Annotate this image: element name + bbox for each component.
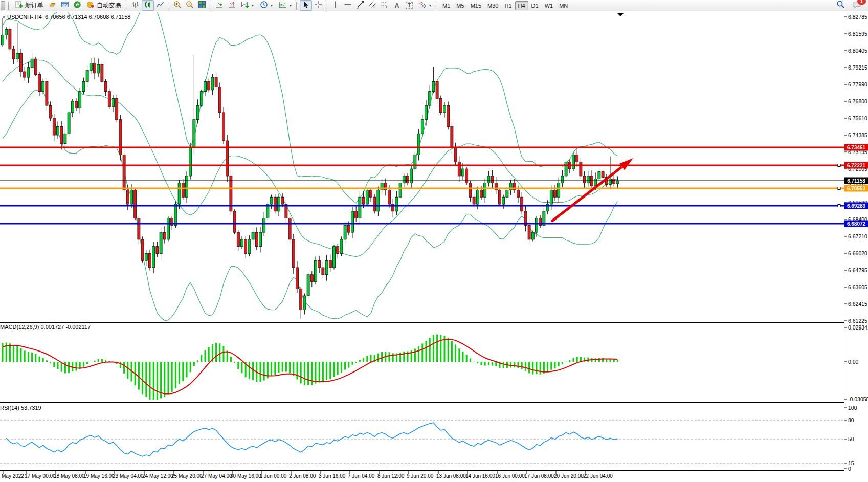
price-pane (0, 2, 844, 320)
equidistant-channel-tool-button[interactable]: E (366, 0, 379, 11)
notification-count-badge: 1 (857, 0, 866, 5)
zoom-out-icon (186, 1, 194, 11)
bar-chart-mode-button[interactable] (129, 0, 142, 11)
candlestick-icon (144, 1, 152, 11)
toolbar-separator (436, 2, 438, 10)
toolbar-separator (168, 2, 170, 10)
svg-text:0.029341: 0.029341 (848, 324, 868, 331)
tf-w1-button[interactable]: W1 (542, 1, 557, 10)
tf-m15-button[interactable]: M15 (468, 1, 484, 10)
tile-windows-icon (198, 1, 206, 11)
rsi-indicator-label: RSI(14) 53.7319 (0, 405, 41, 411)
horizontal-line-icon (344, 1, 352, 11)
chevron-down-icon: ▾ (252, 3, 254, 8)
candlestick-mode-button[interactable] (142, 0, 154, 11)
tf-h1-button[interactable]: H1 (501, 1, 515, 10)
symbol-marker-icon (3, 16, 5, 18)
tf-mn-button[interactable]: MN (556, 1, 571, 10)
text-label-icon: T (406, 2, 413, 9)
toolbar-separator (296, 2, 298, 10)
svg-text:6.61225: 6.61225 (848, 318, 867, 324)
svg-text:30 May 16:00: 30 May 16:00 (230, 473, 261, 479)
svg-text:F: F (386, 5, 388, 9)
fibonacci-icon: F (381, 1, 389, 11)
new-chart-icon (241, 1, 249, 10)
text-label-tool-button[interactable]: T (403, 0, 415, 11)
svg-text:6.63605: 6.63605 (848, 284, 867, 290)
zoom-out-button[interactable] (184, 0, 196, 11)
svg-text:6.82785: 6.82785 (848, 14, 867, 20)
tile-windows-button[interactable] (196, 0, 208, 11)
svg-text:3 Jun 16:00: 3 Jun 16:00 (319, 473, 346, 479)
signal-icon (73, 1, 81, 11)
macd-indicator-label: MACD(12,26,9) 0.001727 -0.002117 (0, 324, 91, 330)
svg-text:13 Jun 08:00: 13 Jun 08:00 (436, 473, 466, 479)
svg-text:16 Jun 00:00: 16 Jun 00:00 (495, 473, 525, 479)
fibonacci-tool-button[interactable]: F (379, 0, 391, 11)
tf-h4-button[interactable]: H4 (515, 1, 528, 10)
search-button[interactable] (834, 0, 847, 11)
line-chart-mode-button[interactable] (154, 0, 166, 11)
auto-scroll-button[interactable] (213, 0, 226, 11)
tf-m30-button[interactable]: M30 (484, 1, 501, 10)
symbol-ohlc-values: 6.70656 6.71314 6.70608 6.71158 (45, 14, 130, 20)
gold-icon-button[interactable] (47, 0, 59, 11)
svg-text:6.73461: 6.73461 (847, 145, 866, 150)
chart-canvas[interactable]: 6.827856.815956.804056.792156.779906.768… (0, 0, 868, 482)
zoom-in-icon (173, 1, 182, 11)
svg-text:6.68072: 6.68072 (847, 221, 866, 227)
crosshair-tool-button[interactable] (312, 0, 324, 11)
chevron-down-icon: ▾ (271, 3, 273, 8)
tf-m5-button[interactable]: M5 (453, 1, 467, 10)
svg-text:0.00: 0.00 (848, 359, 859, 365)
svg-text:6.71158: 6.71158 (847, 178, 865, 184)
toolbar-right-group: 1 (834, 0, 863, 11)
new-chart-button[interactable]: ▾ (238, 0, 257, 11)
search-icon (836, 0, 845, 11)
svg-text:2 Jun 08:00: 2 Jun 08:00 (289, 473, 316, 479)
zoom-in-button[interactable] (171, 0, 184, 11)
horizontal-line-tool-button[interactable] (342, 0, 354, 11)
svg-text:0: 0 (848, 466, 851, 472)
gold-ingot-icon (49, 1, 57, 11)
signals-button[interactable] (71, 0, 83, 11)
new-order-button[interactable]: 新订单 (12, 0, 47, 11)
crosshair-icon (314, 1, 322, 11)
bar-chart-icon (131, 1, 140, 11)
cursor-tool-button[interactable] (300, 0, 312, 11)
clipped-toolbar-icon (1, 1, 5, 10)
chart-shift-button[interactable] (226, 0, 238, 11)
tf-m1-button[interactable]: M1 (439, 1, 453, 10)
svg-text:6.62415: 6.62415 (848, 301, 867, 307)
toolbar-separator (8, 2, 10, 10)
svg-text:6.72221: 6.72221 (847, 163, 866, 168)
report-window-button[interactable] (59, 0, 71, 11)
text-tool-button[interactable]: A (391, 0, 403, 11)
trendline-icon (356, 1, 364, 11)
svg-text:27 May 04:00: 27 May 04:00 (201, 473, 232, 479)
svg-text:25 May 20:00: 25 May 20:00 (171, 473, 203, 479)
toolbar-separator (326, 2, 328, 10)
auto-trading-label: 自动交易 (97, 1, 121, 10)
toolbar-separator (210, 2, 212, 10)
svg-text:E: E (374, 5, 376, 8)
notifications-button[interactable]: 1 (851, 0, 863, 11)
vertical-line-tool-button[interactable] (329, 0, 342, 11)
svg-text:6.66020: 6.66020 (848, 250, 867, 256)
svg-text:6.74385: 6.74385 (848, 132, 867, 138)
arrows-tool-button[interactable]: ▾ (415, 0, 434, 11)
trendline-tool-button[interactable] (354, 0, 366, 11)
tf-d1-button[interactable]: D1 (528, 1, 542, 10)
auto-trading-button[interactable]: 自动交易 (83, 0, 124, 11)
clock-icon (260, 1, 268, 10)
svg-text:23 May 04:00: 23 May 04:00 (113, 473, 144, 479)
svg-text:6.80405: 6.80405 (848, 48, 867, 54)
svg-text:6.70553: 6.70553 (847, 186, 866, 191)
chart-shift-icon (228, 1, 236, 11)
auto-trading-icon (86, 1, 95, 10)
svg-text:6.77990: 6.77990 (848, 81, 867, 87)
svg-text:22 Jun 04:00: 22 Jun 04:00 (583, 473, 613, 479)
templates-button[interactable]: ▾ (276, 0, 295, 11)
period-clock-button[interactable]: ▾ (257, 0, 276, 11)
svg-text:6.64795: 6.64795 (848, 267, 867, 273)
